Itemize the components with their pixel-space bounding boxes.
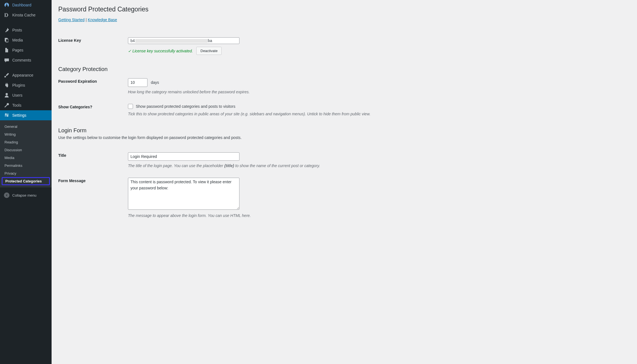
form-message-textarea[interactable]: This content is password protected. To v… [128,178,239,210]
sidebar-item-media[interactable]: Media [0,35,52,45]
submenu-item-protected-categories[interactable]: Protected Categories [2,177,50,185]
wrench-icon [4,102,9,108]
license-key-input[interactable]: b4ba [128,37,239,44]
deactivate-button[interactable]: Deactivate [196,47,222,55]
sidebar-item-dashboard[interactable]: Dashboard [0,0,52,10]
sidebar-item-plugins[interactable]: Plugins [0,80,52,90]
sidebar-item-users[interactable]: Users [0,90,52,100]
license-status-text: ✓ License key successfully activated. [128,49,193,53]
sidebar-item-label: Pages [12,48,23,52]
sidebar-item-comments[interactable]: Comments [0,55,52,65]
submenu-item-permalinks[interactable]: Permalinks [0,162,52,169]
submenu-item-reading[interactable]: Reading [0,138,52,146]
category-protection-section: Password Expiration days How long the ca… [58,74,631,121]
sidebar-item-settings[interactable]: Settings [0,110,52,120]
chevron-left-circle-icon [4,192,9,198]
sidebar-item-label: Media [12,38,23,42]
show-categories-description: Tick this to show protected categories i… [128,112,629,116]
help-links: Getting Started|Knowledge Base [58,18,631,22]
login-title-description: The title of the login page. You can use… [128,163,629,168]
license-key-label: License Key [58,33,128,60]
collapse-menu-button[interactable]: Collapse menu [0,190,52,201]
password-expiration-label: Password Expiration [58,74,128,99]
user-icon [4,92,9,98]
login-form-heading: Login Form [58,127,631,134]
sidebar-item-kinsta-cache[interactable]: Kinsta Cache [0,10,52,20]
expiration-description: How long the category remains unlocked b… [128,90,629,94]
sidebar-item-posts[interactable]: Posts [0,25,52,35]
pin-icon [4,27,9,33]
password-expiration-input[interactable] [128,78,147,87]
sidebar-item-label: Comments [12,58,31,62]
show-categories-checkbox[interactable] [128,104,133,109]
media-icon [4,37,9,43]
login-form-description: Use the settings below to customise the … [58,135,631,140]
expiration-unit: days [151,80,159,85]
sliders-icon [4,113,9,118]
sidebar-item-label: Users [12,93,23,97]
submenu-item-media[interactable]: Media [0,154,52,162]
comments-icon [4,57,9,63]
sidebar-item-label: Posts [12,28,22,32]
login-form-section: Title The title of the login page. You c… [58,148,631,223]
getting-started-link[interactable]: Getting Started [58,18,84,22]
knowledge-base-link[interactable]: Knowledge Base [88,18,117,22]
category-protection-heading: Category Protection [58,66,631,72]
login-title-label: Title [58,148,128,174]
sidebar-item-tools[interactable]: Tools [0,100,52,110]
plug-icon [4,82,9,88]
sidebar-item-label: Settings [12,113,26,118]
page-title: Password Protected Categories [58,6,631,13]
show-categories-checkbox-label: Show password protected categories and p… [136,104,235,109]
form-message-label: Form Message [58,174,128,223]
form-message-description: The message to appear above the login fo… [128,213,629,218]
settings-submenu: General Writing Reading Discussion Media… [0,120,52,187]
sidebar-item-appearance[interactable]: Appearance [0,70,52,80]
pages-icon [4,47,9,53]
sidebar-item-label: Dashboard [12,3,32,7]
admin-sidebar: Dashboard Kinsta Cache Posts Media Pages… [0,0,52,364]
sidebar-item-label: Kinsta Cache [12,13,35,17]
collapse-label: Collapse menu [12,193,37,197]
sidebar-item-label: Appearance [12,73,33,77]
gauge-icon [4,2,9,8]
show-categories-label: Show Categories? [58,100,128,122]
kinsta-icon [4,12,9,18]
submenu-item-privacy[interactable]: Privacy [0,169,52,177]
brush-icon [4,72,9,78]
redacted-bar [135,39,208,43]
license-section: License Key b4ba ✓ License key successfu… [58,33,631,60]
submenu-item-general[interactable]: General [0,123,52,130]
submenu-item-writing[interactable]: Writing [0,130,52,138]
sidebar-item-pages[interactable]: Pages [0,45,52,55]
submenu-item-discussion[interactable]: Discussion [0,146,52,154]
main-content: Password Protected Categories Getting St… [52,0,637,364]
login-title-input[interactable] [128,152,239,161]
sidebar-item-label: Tools [12,103,21,108]
sidebar-item-label: Plugins [12,83,25,87]
